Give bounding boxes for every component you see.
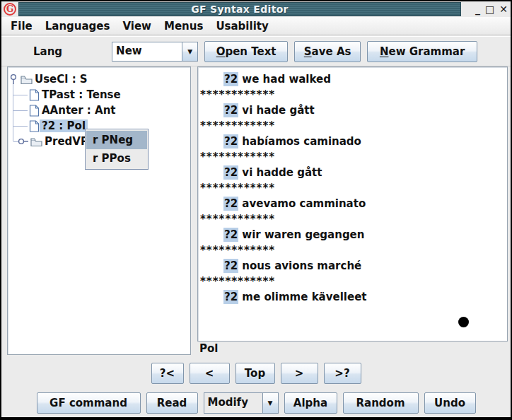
new-grammar-label: ew Grammar [388,45,465,58]
sentence-text: avevamo camminato [238,197,366,210]
linearization-line: ?2 vi hade gått [198,103,507,118]
sentence-text: nous avions marché [238,259,361,272]
popup-item-ppos[interactable]: r PPos [86,149,147,168]
linearization-line: ?2 vi hadde gått [198,165,507,180]
linearization-line: ?2 wir waren gegangen [198,227,507,243]
separator-line: ************ [198,149,507,165]
open-text-label: pen Text [225,45,276,58]
random-button[interactable]: Random [343,392,419,414]
tree-node-predvp[interactable]: PredVP [18,134,91,149]
menu-file[interactable]: File [4,20,39,33]
top-button[interactable]: Top [235,363,275,384]
separator-line: ************ [198,118,507,134]
focused-token[interactable]: ?2 [223,72,238,86]
tree-node-label: UseCl : S [33,73,90,86]
folder-icon [30,136,42,147]
tree-expanded-handle-icon[interactable] [9,74,18,85]
save-as-label: ave As [312,45,351,58]
window-controls: _ □ ✕ [475,1,508,17]
maximize-icon[interactable]: □ [485,3,494,16]
alpha-button[interactable]: Alpha [284,392,337,414]
document-icon [29,105,40,117]
menu-usability[interactable]: Usability [209,20,274,33]
gf-syntax-editor-window: G GF Syntax Editor _ □ ✕ File Languages … [0,0,512,420]
new-grammar-button[interactable]: New Grammar [367,41,477,62]
menu-bar: File Languages View Menus Usability [1,17,511,35]
linearization-line: ?2 nous avions marché [198,258,507,274]
tree-node-label: AAnter : Ant [40,104,118,117]
chevron-down-icon[interactable]: ▼ [182,42,197,61]
close-icon[interactable]: ✕ [499,3,508,16]
popup-item-pneg[interactable]: r PNeg [86,131,147,149]
separator-line: ************ [198,180,507,196]
undo-button[interactable]: Undo [424,392,476,414]
tree-node-tpast[interactable]: TPast : Tense [29,87,123,103]
syntax-tree-panel[interactable]: UseCl : S TPast : Tense AAnter : Ant ?2 … [7,66,191,355]
sentence-text: habíamos caminado [238,135,361,148]
open-text-mnemonic: O [216,45,226,58]
focused-token[interactable]: ?2 [223,103,238,117]
action-row: GF command Read Modify ▼ Alpha Random Un… [1,390,511,416]
focused-token[interactable]: ?2 [223,259,238,273]
sentence-text: vi hade gått [238,104,315,117]
linearization-panel[interactable]: ?2 we had walked ************ ?2 vi hade… [197,66,508,342]
tree-collapsed-handle-icon[interactable] [18,137,29,146]
document-icon [29,89,40,101]
focused-token[interactable]: ?2 [223,134,238,148]
separator-line: ************ [198,87,507,103]
linearization-line: ?2 habíamos caminado [198,134,507,149]
open-text-button[interactable]: Open Text [204,41,288,62]
gf-command-button[interactable]: GF command [37,392,141,414]
tree-node-label-selected: ?2 : Pol [40,119,88,132]
sentence-text: wir waren gegangen [238,228,364,241]
next-metavariable-button[interactable]: >? [324,363,361,384]
document-icon [29,120,40,132]
focus-type-label: Pol [197,342,508,356]
focused-token[interactable]: ?2 [223,290,238,304]
prev-metavariable-button[interactable]: ?< [151,363,184,384]
save-as-mnemonic: S [304,45,312,58]
modify-combobox[interactable]: Modify ▼ [204,392,279,414]
separator-line: ************ [198,243,507,258]
window-title: GF Syntax Editor [191,4,289,15]
folder-icon [21,74,33,85]
modify-combobox-value: Modify [204,393,262,413]
menu-menus[interactable]: Menus [158,20,209,33]
refinement-popup-menu: r PNeg r PPos [85,129,149,170]
linearization-line: ?2 me olimme kävelleet [198,289,507,305]
tree-connector-stub [13,126,28,127]
linearization-line: ?2 avevamo camminato [198,196,507,211]
title-bar: G GF Syntax Editor _ □ ✕ [1,1,511,17]
sentence-text: vi hadde gått [238,166,322,179]
title-band[interactable]: GF Syntax Editor [18,2,461,16]
navigation-row: ?< < Top > >? [1,361,511,385]
sentence-text: me olimme kävelleet [238,291,366,303]
language-combobox-value: New [112,42,182,61]
cursor-dot [458,317,469,327]
tree-connector-stub [13,95,28,95]
tree-node-pol-selected[interactable]: ?2 : Pol [29,118,88,134]
new-grammar-mnemonic: N [380,45,389,58]
focused-token[interactable]: ?2 [223,228,238,242]
tree-node-root[interactable]: UseCl : S [9,71,90,87]
menu-languages[interactable]: Languages [39,20,117,33]
tree-connector-stub [13,110,28,111]
read-button[interactable]: Read [146,392,198,414]
tree-node-aanter[interactable]: AAnter : Ant [29,103,118,118]
save-as-button[interactable]: Save As [294,41,361,62]
tree-connector-vertical [13,83,13,141]
focused-token[interactable]: ?2 [223,197,238,211]
linearization-line: ?2 we had walked [198,71,507,87]
focused-token[interactable]: ?2 [223,165,238,180]
sentence-text: we had walked [238,73,331,86]
prev-node-button[interactable]: < [190,363,230,384]
minimize-icon[interactable]: _ [475,3,480,16]
tree-node-label: PredVP [42,135,91,148]
toolbar: Lang New ▼ Open Text Save As New Grammar [1,36,511,66]
language-combobox[interactable]: New ▼ [112,42,198,62]
chevron-down-icon[interactable]: ▼ [262,393,278,413]
next-node-button[interactable]: > [281,363,318,384]
separator-line: ************ [198,274,507,289]
menu-view[interactable]: View [116,20,158,33]
tree-node-label: TPast : Tense [40,88,123,101]
